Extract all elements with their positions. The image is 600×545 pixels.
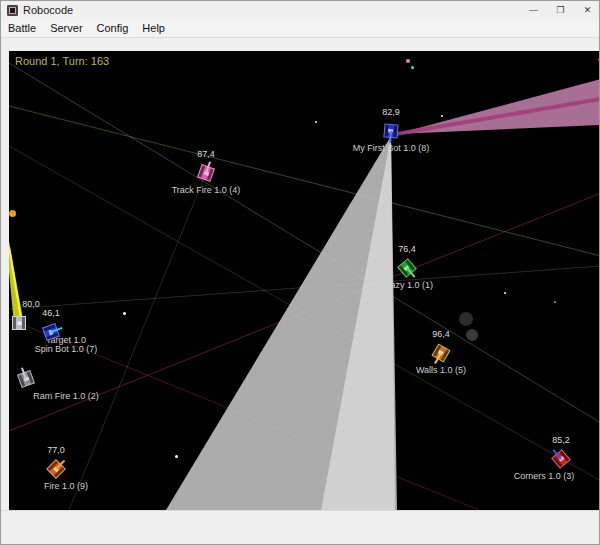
- robot-body: [12, 316, 26, 330]
- robot-tread: [393, 125, 397, 137]
- maximize-button[interactable]: ❐: [547, 1, 574, 19]
- robot-body: [197, 164, 215, 182]
- robot-energy: 85,2: [541, 435, 581, 445]
- bullet: [9, 210, 16, 217]
- robot-name: Walls 1.0 (5): [386, 365, 496, 375]
- robot-name: Spin Bot 1.0 (7): [11, 344, 121, 354]
- bullet: [406, 59, 410, 63]
- robot-energy: 77,0: [36, 445, 76, 455]
- menu-config[interactable]: Config: [90, 20, 136, 36]
- robot-energy: 46,1: [31, 308, 71, 318]
- titlebar: Robocode — ❐ ✕: [1, 1, 600, 19]
- robot-name: Corners 1.0 (3): [489, 471, 599, 481]
- robot-gun: [389, 131, 392, 143]
- robot-tread: [22, 317, 25, 329]
- window-title: Robocode: [23, 4, 73, 16]
- robot-body: [431, 343, 450, 362]
- bullet: [175, 455, 178, 458]
- round-turn-status: Round 1, Turn: 163: [15, 55, 109, 67]
- robot-body: [383, 123, 398, 138]
- robot-name: My First Bot 1.0 (8): [336, 143, 446, 153]
- robot-name: Fire 1.0 (9): [11, 481, 121, 491]
- app-icon: [7, 5, 18, 16]
- bullet: [554, 301, 556, 303]
- robot-energy: 87,4: [186, 149, 226, 159]
- window-controls: — ❐ ✕: [520, 1, 600, 19]
- app-window: Robocode — ❐ ✕ Battle Server Config Help: [0, 0, 600, 545]
- robot-energy: 82,9: [371, 107, 411, 117]
- robots-layer: 87,4Track Fire 1.0 (4)82,9My First Bot 1…: [9, 51, 600, 510]
- robot-tread: [13, 317, 16, 329]
- menu-help[interactable]: Help: [135, 20, 172, 36]
- menubar: Battle Server Config Help: [1, 19, 600, 38]
- bullet: [504, 292, 506, 294]
- bullet: [411, 66, 414, 69]
- robot-body: [397, 258, 417, 278]
- bullet: [441, 115, 443, 117]
- robot-energy: 96,4: [421, 329, 461, 339]
- control-bar: Pause Stop Restart 0510153050100200500ma…: [1, 510, 600, 545]
- robot-body: [551, 449, 571, 469]
- close-button[interactable]: ✕: [574, 1, 600, 19]
- battlefield: Round 1, Turn: 163 87,4Track Fire 1.0 (4…: [9, 51, 600, 510]
- menu-battle[interactable]: Battle: [1, 20, 43, 36]
- robot-name: Track Fire 1.0 (4): [151, 185, 261, 195]
- bullet: [123, 312, 126, 315]
- robot-energy: 76,4: [387, 244, 427, 254]
- robot-name: Ram Fire 1.0 (2): [11, 391, 121, 401]
- robot-body: [46, 459, 66, 479]
- robot-gun: [18, 311, 20, 323]
- menu-server[interactable]: Server: [43, 20, 89, 36]
- minimize-button[interactable]: —: [520, 1, 547, 19]
- bullet: [315, 121, 317, 123]
- robot-name: Crazy 1.0 (1): [352, 280, 462, 290]
- robot-body: [17, 370, 35, 388]
